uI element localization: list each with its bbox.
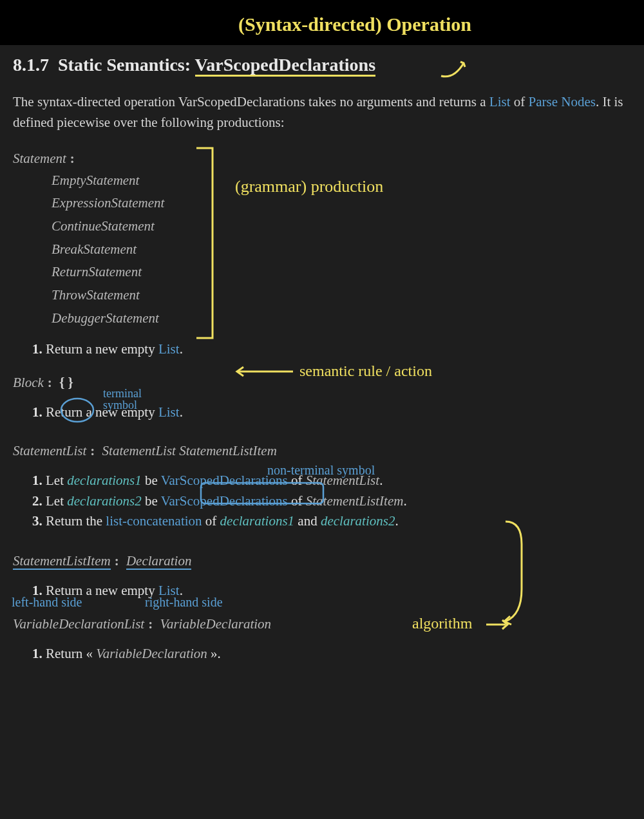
steps-variabledeclarationlist: 1. Return « VariableDeclaration ».: [32, 644, 631, 664]
terminal-open-brace: {: [59, 375, 64, 390]
operation-name: VarScopedDeclarations: [195, 55, 376, 77]
section-number: 8.1.7: [13, 55, 49, 75]
intro-paragraph: The syntax-directed operation VarScopedD…: [13, 92, 631, 133]
grammar-alternative: ContinueStatement: [52, 215, 631, 238]
link-list-concatenation[interactable]: list-concatenation: [106, 513, 202, 529]
grammar-alternative: BreakStatement: [52, 238, 631, 261]
steps-block: 1. Return a new empty List.: [32, 402, 631, 423]
top-black-bar: [0, 0, 644, 45]
link-varscopeddeclarations[interactable]: VarScopedDeclarations: [161, 473, 288, 488]
grammar-alternative: ExpressionStatement: [52, 192, 631, 215]
production-variabledeclarationlist: VariableDeclarationList: VariableDeclara…: [13, 614, 631, 635]
section-prefix: Static Semantics:: [58, 55, 191, 75]
steps-statementlist: 1. Let declarations1 be VarScopedDeclara…: [32, 471, 631, 532]
section-heading: 8.1.7 Static Semantics: VarScopedDeclara…: [13, 52, 631, 79]
link-list[interactable]: List: [489, 94, 511, 109]
steps-statementlistitem: 1. Return a new empty List.: [32, 581, 631, 601]
link-list[interactable]: List: [158, 341, 180, 357]
link-parse-nodes[interactable]: Parse Nodes: [528, 94, 595, 109]
production-statementlistitem: StatementListItem: Declaration: [13, 551, 631, 572]
steps-statement: 1. Return a new empty List.: [32, 339, 631, 360]
grammar-alternative: ThrowStatement: [52, 284, 631, 307]
terminal-close-brace: }: [68, 375, 73, 390]
production-block: Block: { }: [13, 373, 631, 393]
grammar-alternative: ReturnStatement: [52, 261, 631, 284]
link-list[interactable]: List: [158, 404, 180, 420]
production-statementlist: StatementList: StatementList StatementLi…: [13, 441, 631, 462]
nonterminal-statementlistitem: StatementListItem: [179, 443, 277, 458]
link-varscopeddeclarations[interactable]: VarScopedDeclarations: [161, 493, 288, 509]
grammar-alternative: EmptyStatement: [52, 169, 631, 193]
link-list[interactable]: List: [158, 583, 180, 598]
bracket-algorithm-icon: [502, 518, 541, 628]
production-statement: Statement: EmptyStatementExpressionState…: [13, 149, 631, 330]
grammar-alternative: DebuggerStatement: [52, 307, 631, 330]
